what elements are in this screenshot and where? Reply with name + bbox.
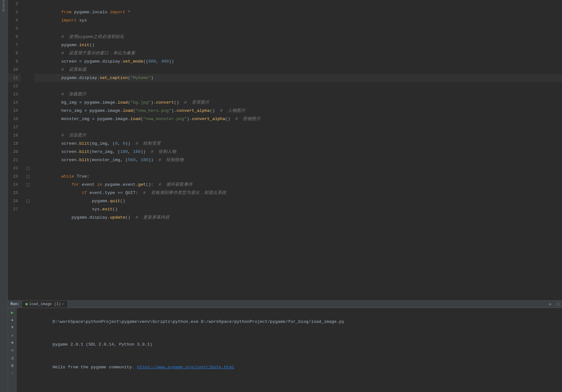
run-header: Run: load_image (1) × ⚙ ⬡	[8, 301, 562, 308]
run-output: D:\workSpace\pythonProject\pygame\venv\S…	[17, 308, 562, 392]
code-line-7: # 设置用于显示的窗口，单位为像素	[34, 41, 562, 49]
left-sidebar: Structure	[0, 0, 8, 392]
run-down-icon[interactable]: ▼	[9, 324, 15, 331]
run-tab-name: load_image (1)	[29, 302, 61, 306]
code-line-13: bg_img = pygame.image.load("bg.jpg").con…	[34, 90, 562, 99]
gutter-area: - - - -	[24, 0, 33, 300]
run-clear-icon[interactable]: 🗑	[9, 362, 15, 369]
editor-area: 2 3 4 5 6 7 8 9 10 11 12 13 14 15 16 17 …	[8, 0, 562, 392]
run-layout-icon[interactable]: ⊞	[9, 347, 15, 353]
code-line-22: while True:	[34, 164, 562, 172]
output-command: D:\workSpace\pythonProject\pygame\venv\S…	[22, 311, 557, 333]
code-line-4	[34, 16, 562, 25]
settings-icon[interactable]: ⚙	[549, 302, 551, 307]
code-line-2: from pygame.locals import *	[34, 0, 562, 8]
output-process-finished: Process finished with exit code 0	[22, 386, 557, 392]
code-line-5: # 使用pygame之前必须初始化	[34, 25, 562, 33]
bottom-panel: Run: load_image (1) × ⚙ ⬡ ▶ ▲ ▼ ↺ ■	[8, 300, 562, 392]
maximize-icon[interactable]: ⬡	[556, 302, 559, 307]
code-line-12: # 加载图片	[34, 82, 562, 90]
output-empty	[22, 379, 557, 386]
run-left-icons: ▶ ▲ ▼ ↺ ■ ⊞ 🖨 🗑 ⚡	[8, 308, 17, 392]
output-hello: Hello from the pygame community. https:/…	[22, 356, 557, 379]
run-content: ▶ ▲ ▼ ↺ ■ ⊞ 🖨 🗑 ⚡ D:\workSpace\pythonPro…	[8, 308, 562, 392]
code-content[interactable]: from pygame.locals import * import sys #…	[33, 0, 562, 300]
run-play-icon[interactable]: ▶	[9, 309, 15, 316]
code-editor: 2 3 4 5 6 7 8 9 10 11 12 13 14 15 16 17 …	[8, 0, 562, 300]
run-tab-close[interactable]: ×	[62, 302, 64, 306]
run-up-icon[interactable]: ▲	[9, 317, 15, 323]
line-numbers: 2 3 4 5 6 7 8 9 10 11 12 13 14 15 16 17 …	[8, 0, 24, 300]
structure-icon[interactable]: Structure	[1, 1, 7, 7]
run-label: Run:	[10, 302, 20, 306]
run-filter-icon[interactable]: ⚡	[9, 370, 15, 376]
output-pygame-version: pygame 2.0.1 (SDL 2.0.14, Python 3.9.1)	[22, 333, 557, 356]
run-print-icon[interactable]: 🖨	[9, 355, 15, 361]
run-tab[interactable]: load_image (1) ×	[22, 301, 67, 308]
main-layout: Structure 2 3 4 5 6 7 8 9 10 11 12 13 14…	[0, 0, 562, 392]
code-line-18: screen.blit(bg_img, (0, 0)) # 绘制背景	[34, 131, 562, 140]
green-status-dot	[25, 303, 28, 305]
run-rerun-icon[interactable]: ↺	[9, 332, 15, 338]
code-line-10: pygame.display.set_caption("MyGame")	[34, 66, 562, 74]
code-line-23: for event in pygame.event.get(): # 循环获取事…	[34, 172, 562, 181]
code-line-17: # 渲染图片	[34, 123, 562, 131]
run-stop-icon[interactable]: ■	[9, 340, 15, 346]
output-hello-link[interactable]: https://www.pygame.org/contribute.html	[137, 365, 234, 370]
